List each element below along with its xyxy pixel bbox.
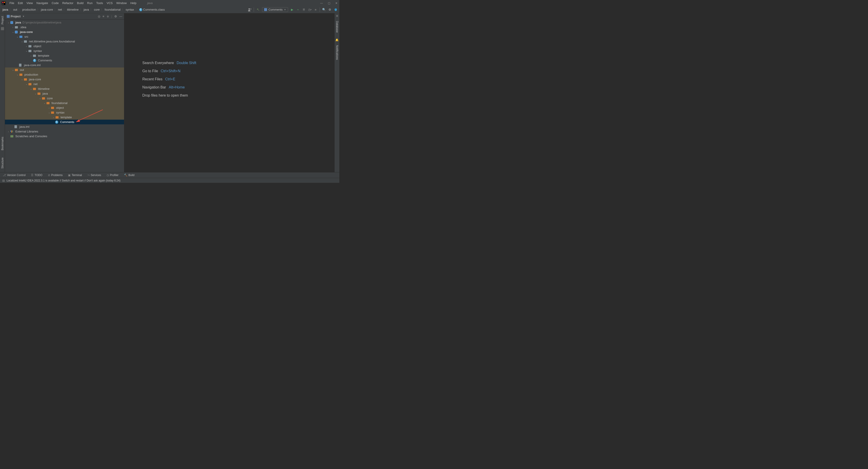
tree-out-syntax[interactable]: ⌄ syntax: [5, 110, 124, 115]
crumb-net[interactable]: net: [57, 8, 63, 11]
tree-out-net[interactable]: ⌄ net: [5, 82, 124, 87]
stop-icon[interactable]: ■: [314, 8, 317, 11]
chevron-down-icon[interactable]: ⌄: [25, 49, 28, 53]
chevron-down-icon[interactable]: ⌄: [11, 68, 14, 71]
windows-icon[interactable]: ▤: [2, 179, 5, 182]
debug-icon[interactable]: ⌁: [296, 8, 300, 11]
coverage-icon[interactable]: ⛨: [302, 8, 306, 11]
crumb-out[interactable]: out: [12, 8, 18, 11]
profile-icon[interactable]: ◷▾: [308, 8, 312, 11]
stripe-bookmarks[interactable]: Bookmarks: [1, 135, 4, 152]
stripe-structure[interactable]: Structure: [1, 156, 4, 170]
tree-class-comments-src[interactable]: C Comments: [5, 58, 124, 63]
chevron-right-icon[interactable]: ›: [25, 45, 28, 47]
chevron-down-icon[interactable]: ⌄: [16, 35, 19, 38]
tree-out-foundational[interactable]: ⌄ foundational: [5, 101, 124, 105]
tree-pkg-template[interactable]: › template: [5, 53, 124, 58]
chevron-down-icon[interactable]: ⌄: [7, 21, 10, 24]
run-icon[interactable]: ▶: [290, 8, 294, 11]
chevron-down-icon[interactable]: ⌄: [48, 111, 51, 114]
chevron-down-icon[interactable]: ⌄: [11, 30, 14, 33]
menu-edit[interactable]: Edit: [16, 1, 25, 5]
project-view-title[interactable]: Project: [11, 15, 21, 18]
chevron-right-icon[interactable]: ›: [52, 116, 55, 119]
stripe-database[interactable]: Database: [336, 20, 339, 33]
menu-tools[interactable]: Tools: [94, 1, 105, 5]
chevron-right-icon[interactable]: ›: [7, 130, 10, 133]
chevron-right-icon[interactable]: ›: [11, 26, 14, 29]
crumb-root[interactable]: java: [2, 8, 9, 11]
menu-code[interactable]: Code: [50, 1, 61, 5]
menu-run[interactable]: Run: [85, 1, 94, 5]
tree-ext-libs[interactable]: › External Libraries: [5, 129, 124, 134]
shield-icon[interactable]: [334, 8, 338, 11]
chevron-down-icon[interactable]: ⌄: [43, 102, 46, 104]
collapse-all-icon[interactable]: ≑: [106, 15, 109, 18]
tree-iml-java[interactable]: java.iml: [5, 124, 124, 129]
chevron-down-icon[interactable]: ⌄: [25, 82, 28, 86]
chevron-down-icon[interactable]: ▼: [22, 15, 25, 18]
crumb-syntax[interactable]: syntax: [125, 8, 135, 11]
tree-root[interactable]: ⌄ java D:\projects\java\ittimeline\java: [5, 20, 124, 25]
bottom-vcs[interactable]: ⎇Version Control: [3, 174, 26, 177]
stripe-project[interactable]: Project: [1, 14, 4, 26]
crumb-java[interactable]: java: [83, 8, 90, 11]
menu-window[interactable]: Window: [115, 1, 129, 5]
stripe-notifications[interactable]: Notifications: [336, 44, 339, 61]
window-close-icon[interactable]: ✕: [335, 2, 338, 5]
bottom-problems[interactable]: ⊘Problems: [48, 174, 63, 177]
menu-view[interactable]: View: [25, 1, 35, 5]
crumb-ittimeline[interactable]: ittimeline: [66, 8, 79, 11]
tree-idea[interactable]: › .idea: [5, 25, 124, 30]
bottom-services[interactable]: ⤳Services: [87, 174, 101, 177]
tree-out[interactable]: ⌄ out: [5, 67, 124, 72]
project-tree[interactable]: ⌄ java D:\projects\java\ittimeline\java …: [5, 20, 124, 172]
add-user-icon[interactable]: ▾: [248, 8, 251, 11]
chevron-down-icon[interactable]: ⌄: [20, 78, 24, 81]
menu-build[interactable]: Build: [75, 1, 85, 5]
tree-iml-javacore[interactable]: java-core.iml: [5, 63, 124, 67]
tree-out-core[interactable]: ⌄ core: [5, 96, 124, 101]
menu-file[interactable]: File: [8, 1, 16, 5]
tree-out-java[interactable]: ⌄ java: [5, 91, 124, 96]
menu-refactor[interactable]: Refactor: [61, 1, 75, 5]
target-icon[interactable]: ◎: [98, 15, 100, 18]
status-message[interactable]: Localized IntelliJ IDEA 2022.3.1 is avai…: [6, 179, 120, 182]
chevron-down-icon[interactable]: ⌄: [38, 97, 41, 100]
chevron-right-icon[interactable]: ›: [48, 106, 51, 109]
tree-out-object[interactable]: › object: [5, 105, 124, 110]
tree-out-javacore[interactable]: ⌄ java-core: [5, 77, 124, 82]
chevron-down-icon[interactable]: ⌄: [34, 92, 37, 95]
chevron-down-icon[interactable]: ⌄: [29, 87, 33, 90]
chevron-right-icon[interactable]: ›: [29, 55, 33, 57]
bottom-todo[interactable]: ☰TODO: [31, 174, 42, 177]
window-maximize-icon[interactable]: ▢: [328, 2, 330, 5]
crumb-foundational[interactable]: foundational: [104, 8, 121, 11]
tree-out-template[interactable]: › template: [5, 115, 124, 120]
notifications-stripe-icon[interactable]: 🔔: [335, 38, 339, 41]
menu-help[interactable]: Help: [129, 1, 138, 5]
crumb-javacore[interactable]: java-core: [40, 8, 54, 11]
tree-pkg-syntax[interactable]: ⌄ syntax: [5, 48, 124, 53]
tree-javacore[interactable]: ⌄ java-core: [5, 30, 124, 34]
chevron-down-icon[interactable]: ⌄: [16, 73, 19, 76]
expand-all-icon[interactable]: ≡: [102, 15, 104, 18]
bottom-terminal[interactable]: ▣Terminal: [68, 174, 82, 177]
crumb-core[interactable]: core: [93, 8, 100, 11]
bottom-profiler[interactable]: ◷Profiler: [106, 174, 119, 177]
tree-src[interactable]: ⌄ src: [5, 34, 124, 39]
search-icon[interactable]: 🔍: [322, 8, 326, 11]
settings-icon[interactable]: ⚙: [328, 8, 332, 11]
run-config-selector[interactable]: Comments ▼: [262, 7, 288, 12]
crumb-file[interactable]: CComments.class: [138, 8, 165, 11]
tree-out-ittimeline[interactable]: ⌄ ittimeline: [5, 87, 124, 91]
tree-pkg-foundational[interactable]: ⌄ net.ittimeline.java.core.foundational: [5, 39, 124, 44]
tree-out-comments-class[interactable]: C Comments: [5, 120, 124, 124]
crumb-production[interactable]: production: [22, 8, 37, 11]
menu-navigate[interactable]: Navigate: [35, 1, 50, 5]
menu-vcs[interactable]: VCS: [105, 1, 115, 5]
tree-pkg-object[interactable]: › object: [5, 44, 124, 48]
tree-production[interactable]: ⌄ production: [5, 72, 124, 77]
gear-icon[interactable]: ⚙: [114, 15, 117, 18]
hide-icon[interactable]: —: [119, 15, 122, 18]
